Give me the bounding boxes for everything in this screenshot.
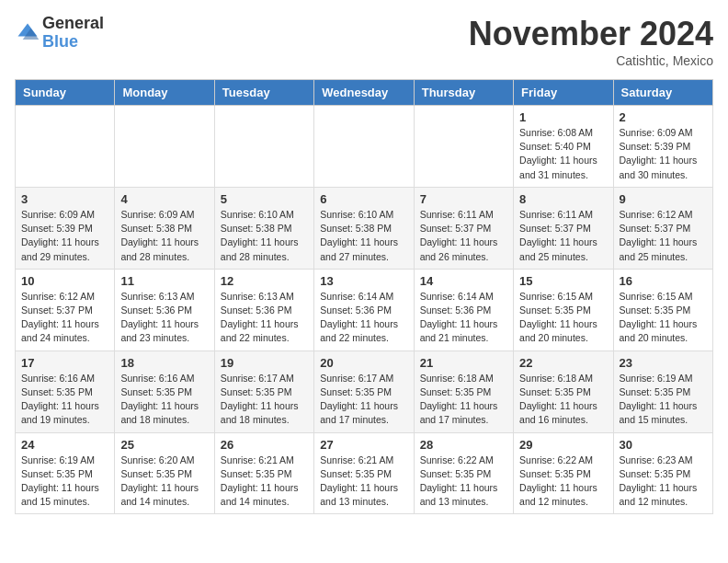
day-number: 6 xyxy=(320,192,407,206)
day-info: Sunrise: 6:22 AM Sunset: 5:35 PM Dayligh… xyxy=(519,454,607,510)
day-number: 9 xyxy=(620,192,707,206)
calendar-week-row: 10Sunrise: 6:12 AM Sunset: 5:37 PM Dayli… xyxy=(16,269,713,350)
day-number: 15 xyxy=(519,274,607,288)
day-info: Sunrise: 6:16 AM Sunset: 5:35 PM Dayligh… xyxy=(21,372,108,428)
day-info: Sunrise: 6:21 AM Sunset: 5:35 PM Dayligh… xyxy=(320,454,407,510)
weekday-header-cell: Sunday xyxy=(16,80,115,106)
calendar-cell: 12Sunrise: 6:13 AM Sunset: 5:36 PM Dayli… xyxy=(214,269,313,350)
day-info: Sunrise: 6:15 AM Sunset: 5:35 PM Dayligh… xyxy=(519,290,607,346)
calendar-cell: 25Sunrise: 6:20 AM Sunset: 5:35 PM Dayli… xyxy=(115,432,214,514)
calendar-cell: 23Sunrise: 6:19 AM Sunset: 5:35 PM Dayli… xyxy=(613,350,712,432)
day-info: Sunrise: 6:15 AM Sunset: 5:35 PM Dayligh… xyxy=(620,290,707,346)
calendar-cell: 3Sunrise: 6:09 AM Sunset: 5:39 PM Daylig… xyxy=(16,187,115,269)
day-number: 21 xyxy=(420,356,507,370)
day-info: Sunrise: 6:22 AM Sunset: 5:35 PM Dayligh… xyxy=(420,454,507,510)
calendar-cell xyxy=(115,106,214,188)
logo: General Blue xyxy=(15,15,104,52)
day-info: Sunrise: 6:10 AM Sunset: 5:38 PM Dayligh… xyxy=(320,208,407,264)
calendar-cell: 5Sunrise: 6:10 AM Sunset: 5:38 PM Daylig… xyxy=(214,187,313,269)
day-number: 4 xyxy=(120,192,208,206)
day-info: Sunrise: 6:23 AM Sunset: 5:35 PM Dayligh… xyxy=(620,454,707,510)
day-info: Sunrise: 6:17 AM Sunset: 5:35 PM Dayligh… xyxy=(221,372,308,428)
calendar-body: 1Sunrise: 6:08 AM Sunset: 5:40 PM Daylig… xyxy=(16,106,713,514)
day-number: 5 xyxy=(221,192,308,206)
calendar-week-row: 3Sunrise: 6:09 AM Sunset: 5:39 PM Daylig… xyxy=(16,187,713,269)
day-info: Sunrise: 6:14 AM Sunset: 5:36 PM Dayligh… xyxy=(420,290,507,346)
location-subtitle: Catishtic, Mexico xyxy=(469,53,713,68)
calendar-cell: 28Sunrise: 6:22 AM Sunset: 5:35 PM Dayli… xyxy=(414,432,513,514)
calendar-cell: 24Sunrise: 6:19 AM Sunset: 5:35 PM Dayli… xyxy=(16,432,115,514)
calendar-cell xyxy=(16,106,115,188)
day-number: 7 xyxy=(420,192,507,206)
calendar-cell xyxy=(214,106,313,188)
calendar-cell: 4Sunrise: 6:09 AM Sunset: 5:38 PM Daylig… xyxy=(115,187,214,269)
logo-general-text: General xyxy=(42,15,104,33)
day-info: Sunrise: 6:18 AM Sunset: 5:35 PM Dayligh… xyxy=(420,372,507,428)
day-info: Sunrise: 6:18 AM Sunset: 5:35 PM Dayligh… xyxy=(519,372,607,428)
calendar-cell: 21Sunrise: 6:18 AM Sunset: 5:35 PM Dayli… xyxy=(414,350,513,432)
day-number: 12 xyxy=(221,274,308,288)
day-number: 20 xyxy=(320,356,407,370)
day-number: 18 xyxy=(120,356,208,370)
weekday-header-cell: Tuesday xyxy=(214,80,313,106)
calendar-cell: 20Sunrise: 6:17 AM Sunset: 5:35 PM Dayli… xyxy=(314,350,414,432)
day-number: 22 xyxy=(519,356,607,370)
day-info: Sunrise: 6:11 AM Sunset: 5:37 PM Dayligh… xyxy=(519,208,607,264)
calendar-cell: 15Sunrise: 6:15 AM Sunset: 5:35 PM Dayli… xyxy=(514,269,613,350)
day-number: 26 xyxy=(221,438,308,452)
day-info: Sunrise: 6:19 AM Sunset: 5:35 PM Dayligh… xyxy=(620,372,707,428)
day-number: 3 xyxy=(21,192,108,206)
logo-blue-text: Blue xyxy=(42,33,104,52)
calendar-cell: 27Sunrise: 6:21 AM Sunset: 5:35 PM Dayli… xyxy=(314,432,414,514)
day-info: Sunrise: 6:13 AM Sunset: 5:36 PM Dayligh… xyxy=(120,290,208,346)
weekday-header-cell: Friday xyxy=(514,80,613,106)
day-info: Sunrise: 6:14 AM Sunset: 5:36 PM Dayligh… xyxy=(320,290,407,346)
calendar-cell: 8Sunrise: 6:11 AM Sunset: 5:37 PM Daylig… xyxy=(514,187,613,269)
day-info: Sunrise: 6:17 AM Sunset: 5:35 PM Dayligh… xyxy=(320,372,407,428)
day-number: 1 xyxy=(519,110,607,124)
day-number: 11 xyxy=(120,274,208,288)
day-number: 14 xyxy=(420,274,507,288)
calendar-week-row: 24Sunrise: 6:19 AM Sunset: 5:35 PM Dayli… xyxy=(16,432,713,514)
month-title: November 2024 xyxy=(469,15,713,53)
calendar-cell: 26Sunrise: 6:21 AM Sunset: 5:35 PM Dayli… xyxy=(214,432,313,514)
day-number: 13 xyxy=(320,274,407,288)
day-number: 17 xyxy=(21,356,108,370)
calendar-cell: 14Sunrise: 6:14 AM Sunset: 5:36 PM Dayli… xyxy=(414,269,513,350)
day-info: Sunrise: 6:09 AM Sunset: 5:39 PM Dayligh… xyxy=(21,208,108,264)
weekday-header-row: SundayMondayTuesdayWednesdayThursdayFrid… xyxy=(16,80,713,106)
day-number: 29 xyxy=(519,438,607,452)
day-info: Sunrise: 6:19 AM Sunset: 5:35 PM Dayligh… xyxy=(21,454,108,510)
calendar-cell: 9Sunrise: 6:12 AM Sunset: 5:37 PM Daylig… xyxy=(613,187,712,269)
day-info: Sunrise: 6:09 AM Sunset: 5:38 PM Dayligh… xyxy=(120,208,208,264)
calendar-cell: 7Sunrise: 6:11 AM Sunset: 5:37 PM Daylig… xyxy=(414,187,513,269)
calendar-cell xyxy=(414,106,513,188)
day-number: 19 xyxy=(221,356,308,370)
day-number: 8 xyxy=(519,192,607,206)
calendar-cell: 10Sunrise: 6:12 AM Sunset: 5:37 PM Dayli… xyxy=(16,269,115,350)
day-number: 27 xyxy=(320,438,407,452)
day-number: 25 xyxy=(120,438,208,452)
calendar-cell: 22Sunrise: 6:18 AM Sunset: 5:35 PM Dayli… xyxy=(514,350,613,432)
day-number: 28 xyxy=(420,438,507,452)
day-info: Sunrise: 6:16 AM Sunset: 5:35 PM Dayligh… xyxy=(120,372,208,428)
day-info: Sunrise: 6:12 AM Sunset: 5:37 PM Dayligh… xyxy=(620,208,707,264)
day-info: Sunrise: 6:09 AM Sunset: 5:39 PM Dayligh… xyxy=(620,126,707,182)
day-info: Sunrise: 6:21 AM Sunset: 5:35 PM Dayligh… xyxy=(221,454,308,510)
title-area: November 2024 Catishtic, Mexico xyxy=(469,15,713,68)
calendar-cell: 6Sunrise: 6:10 AM Sunset: 5:38 PM Daylig… xyxy=(314,187,414,269)
calendar-cell: 29Sunrise: 6:22 AM Sunset: 5:35 PM Dayli… xyxy=(514,432,613,514)
calendar-cell: 2Sunrise: 6:09 AM Sunset: 5:39 PM Daylig… xyxy=(613,106,712,188)
weekday-header-cell: Wednesday xyxy=(314,80,414,106)
day-number: 2 xyxy=(620,110,707,124)
day-number: 23 xyxy=(620,356,707,370)
day-number: 30 xyxy=(620,438,707,452)
day-info: Sunrise: 6:11 AM Sunset: 5:37 PM Dayligh… xyxy=(420,208,507,264)
calendar-week-row: 1Sunrise: 6:08 AM Sunset: 5:40 PM Daylig… xyxy=(16,106,713,188)
day-info: Sunrise: 6:12 AM Sunset: 5:37 PM Dayligh… xyxy=(21,290,108,346)
calendar-cell: 1Sunrise: 6:08 AM Sunset: 5:40 PM Daylig… xyxy=(514,106,613,188)
calendar-cell: 30Sunrise: 6:23 AM Sunset: 5:35 PM Dayli… xyxy=(613,432,712,514)
day-info: Sunrise: 6:10 AM Sunset: 5:38 PM Dayligh… xyxy=(221,208,308,264)
calendar-week-row: 17Sunrise: 6:16 AM Sunset: 5:35 PM Dayli… xyxy=(16,350,713,432)
calendar-cell: 19Sunrise: 6:17 AM Sunset: 5:35 PM Dayli… xyxy=(214,350,313,432)
